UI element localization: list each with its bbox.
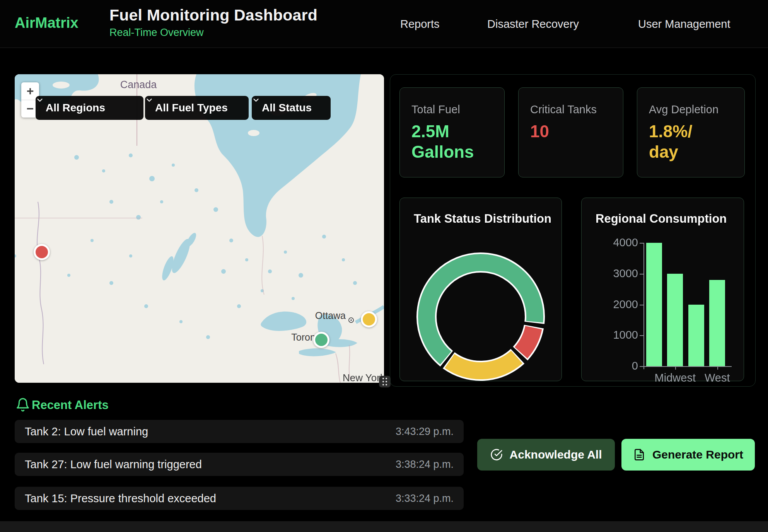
tank-status-donut-chart — [400, 198, 562, 382]
alert-row: Tank 2: Low fuel warning 3:43:29 p.m. — [15, 420, 464, 443]
stat-value: 2.5MGallons — [411, 121, 493, 162]
nav-item-reports[interactable]: Reports — [400, 18, 440, 31]
alert-message: Tank 27: Low fuel warning triggered — [25, 458, 202, 471]
nav-item-disaster-recovery[interactable]: Disaster Recovery — [487, 18, 579, 31]
alert-row: Tank 15: Pressure threshold exceeded 3:3… — [15, 487, 464, 510]
chevron-down-icon — [145, 96, 154, 104]
nav-item-user-management[interactable]: User Management — [638, 18, 730, 31]
page-title: Fuel Monitoring Dashboard — [109, 6, 317, 24]
region-filter-dropdown[interactable]: All Regions — [36, 96, 143, 120]
stat-card-critical-tanks: Critical Tanks 10 — [518, 87, 623, 177]
stat-card-total-fuel: Total Fuel 2.5MGallons — [399, 87, 505, 177]
map-marker-normal[interactable] — [313, 332, 329, 348]
bell-icon — [15, 397, 30, 412]
acknowledge-all-button[interactable]: Acknowledge All — [477, 439, 615, 471]
check-circle-icon — [490, 448, 503, 461]
generate-report-button[interactable]: Generate Report — [621, 439, 755, 471]
stat-value: 1.8%/day — [649, 121, 733, 162]
resize-grip-handle[interactable] — [379, 376, 391, 387]
status-filter-dropdown[interactable]: All Status — [252, 96, 331, 120]
alert-timestamp: 3:43:29 p.m. — [396, 426, 454, 438]
generate-report-label: Generate Report — [652, 448, 743, 461]
title-block: Fuel Monitoring Dashboard Real-Time Over… — [109, 6, 317, 39]
stat-label: Avg Depletion — [649, 103, 733, 116]
region-filter-value: All Regions — [46, 102, 105, 114]
alert-row: Tank 27: Low fuel warning triggered 3:38… — [15, 453, 464, 476]
alert-timestamp: 3:38:24 p.m. — [396, 459, 454, 471]
chevron-down-icon — [252, 96, 260, 104]
metrics-panel: Total Fuel 2.5MGallons Critical Tanks 10… — [390, 74, 756, 387]
stat-label: Critical Tanks — [530, 103, 611, 116]
fuel-type-filter-value: All Fuel Types — [155, 102, 228, 114]
alert-timestamp: 3:33:24 p.m. — [396, 493, 454, 505]
regional-consumption-bar-chart: 01000200030004000MidwestWest — [582, 198, 744, 382]
brand-logo: AirMatrix — [15, 15, 79, 31]
alert-message: Tank 2: Low fuel warning — [25, 425, 148, 438]
chevron-down-icon — [36, 96, 44, 104]
map-marker-warning[interactable] — [361, 311, 377, 327]
map-panel[interactable]: Canada Ottawa Toronto New York + − All R… — [15, 74, 384, 383]
page-subtitle: Real-Time Overview — [109, 27, 317, 39]
stat-value: 10 — [530, 121, 611, 142]
alert-message: Tank 15: Pressure threshold exceeded — [25, 492, 216, 505]
map-marker-critical[interactable] — [34, 244, 50, 260]
regional-consumption-chart-card: Regional Consumption 01000200030004000Mi… — [581, 198, 744, 381]
status-filter-value: All Status — [262, 102, 312, 114]
stat-card-avg-depletion: Avg Depletion 1.8%/day — [637, 87, 745, 177]
alerts-section-title: Recent Alerts — [32, 398, 109, 412]
stat-label: Total Fuel — [411, 103, 493, 116]
acknowledge-all-label: Acknowledge All — [510, 448, 602, 461]
fuel-type-filter-dropdown[interactable]: All Fuel Types — [145, 96, 249, 120]
ottawa-town-icon — [349, 318, 353, 322]
document-icon — [633, 448, 645, 461]
app-header: AirMatrix Fuel Monitoring Dashboard Real… — [0, 0, 768, 48]
tank-status-chart-card: Tank Status Distribution — [399, 198, 562, 381]
footer-strip — [0, 521, 768, 532]
